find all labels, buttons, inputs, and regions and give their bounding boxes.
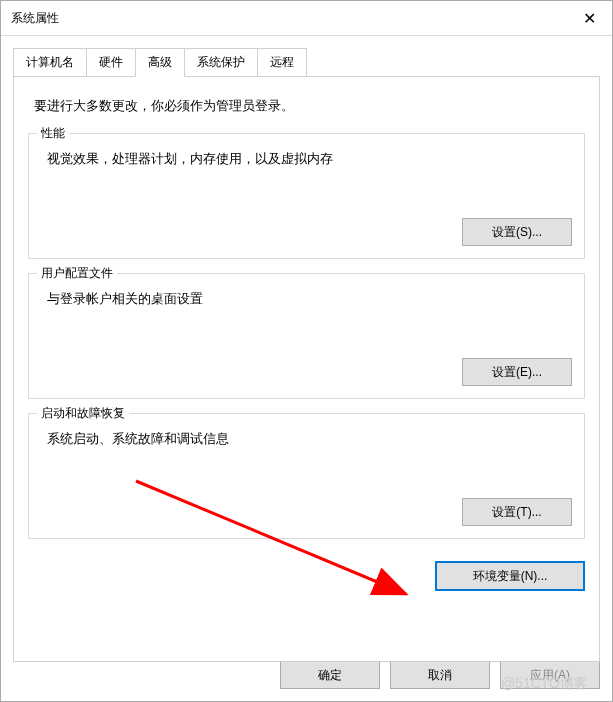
tab-advanced[interactable]: 高级: [135, 48, 185, 77]
performance-legend: 性能: [37, 125, 69, 142]
environment-variables-button[interactable]: 环境变量(N)...: [435, 561, 585, 591]
ok-button[interactable]: 确定: [280, 661, 380, 689]
cancel-button[interactable]: 取消: [390, 661, 490, 689]
tab-system-protection[interactable]: 系统保护: [184, 48, 258, 76]
tab-remote[interactable]: 远程: [257, 48, 307, 76]
tab-computer-name[interactable]: 计算机名: [13, 48, 87, 76]
user-profiles-desc: 与登录帐户相关的桌面设置: [41, 290, 572, 308]
close-icon: ✕: [583, 9, 596, 28]
startup-recovery-legend: 启动和故障恢复: [37, 405, 129, 422]
close-button[interactable]: ✕: [567, 1, 612, 36]
performance-settings-button[interactable]: 设置(S)...: [462, 218, 572, 246]
admin-intro-text: 要进行大多数更改，你必须作为管理员登录。: [28, 97, 585, 115]
titlebar: 系统属性 ✕: [1, 1, 612, 36]
apply-button[interactable]: 应用(A): [500, 661, 600, 689]
system-properties-window: 系统属性 ✕ 计算机名 硬件 高级 系统保护 远程 要进行大多数更改，你必须作为…: [0, 0, 613, 702]
performance-desc: 视觉效果，处理器计划，内存使用，以及虚拟内存: [41, 150, 572, 168]
advanced-tab-panel: 要进行大多数更改，你必须作为管理员登录。 性能 视觉效果，处理器计划，内存使用，…: [13, 76, 600, 662]
performance-groupbox: 性能 视觉效果，处理器计划，内存使用，以及虚拟内存 设置(S)...: [28, 133, 585, 259]
user-profiles-groupbox: 用户配置文件 与登录帐户相关的桌面设置 设置(E)...: [28, 273, 585, 399]
tab-hardware[interactable]: 硬件: [86, 48, 136, 76]
user-profiles-legend: 用户配置文件: [37, 265, 117, 282]
startup-recovery-desc: 系统启动、系统故障和调试信息: [41, 430, 572, 448]
window-title: 系统属性: [11, 10, 59, 27]
user-profiles-settings-button[interactable]: 设置(E)...: [462, 358, 572, 386]
content-area: 计算机名 硬件 高级 系统保护 远程 要进行大多数更改，你必须作为管理员登录。 …: [1, 36, 612, 662]
startup-recovery-groupbox: 启动和故障恢复 系统启动、系统故障和调试信息 设置(T)...: [28, 413, 585, 539]
tab-strip: 计算机名 硬件 高级 系统保护 远程: [13, 48, 600, 76]
dialog-button-row: 确定 取消 应用(A): [280, 661, 600, 689]
startup-recovery-settings-button[interactable]: 设置(T)...: [462, 498, 572, 526]
